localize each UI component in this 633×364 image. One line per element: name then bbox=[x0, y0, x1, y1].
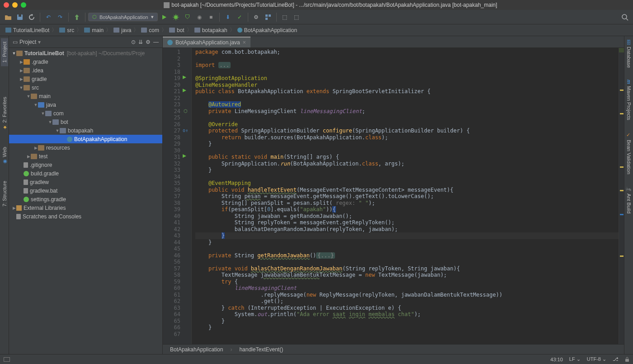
code-line-44[interactable]: } bbox=[195, 239, 619, 246]
code-line-1[interactable]: package com.bot.botapakah; bbox=[195, 49, 619, 56]
locate-icon[interactable]: ⊙ bbox=[131, 39, 136, 45]
code-line-58[interactable]: TextMessage jawabanDalamBentukTextMessag… bbox=[195, 272, 619, 279]
breadcrumb-com[interactable]: com bbox=[139, 27, 161, 33]
code-line-22[interactable] bbox=[195, 95, 619, 102]
file-encoding[interactable]: UTF-8 ⌄ bbox=[587, 356, 606, 362]
minimize-window-button[interactable] bbox=[12, 2, 18, 8]
code-line-32[interactable]: SpringApplication.run(BotApakahApplicati… bbox=[195, 161, 619, 167]
run-gutter-icon[interactable] bbox=[182, 154, 189, 159]
build-button[interactable] bbox=[71, 12, 82, 23]
undo-button[interactable]: ↶ bbox=[43, 12, 54, 23]
tree-node-bot[interactable]: ▼bot bbox=[9, 118, 162, 126]
code-line-20[interactable]: @LineMessageHandler bbox=[195, 82, 619, 89]
open-button[interactable] bbox=[3, 12, 14, 23]
coverage-button[interactable]: ⛉ bbox=[182, 12, 193, 23]
readonly-lock-icon[interactable] bbox=[625, 357, 629, 362]
more-button[interactable]: ⬚ bbox=[291, 12, 302, 23]
code-line-29[interactable]: } bbox=[195, 141, 619, 147]
run-configuration-selector[interactable]: ⬡ BotApakahApplication ▾ bbox=[88, 13, 158, 21]
code-line-62[interactable]: .get(); bbox=[195, 298, 619, 305]
vcs-commit-button[interactable]: ✓ bbox=[234, 12, 245, 23]
tree-node-build-gradle[interactable]: build.gradle bbox=[9, 169, 162, 178]
code-line-28[interactable]: return builder.sources(BotApakahApplicat… bbox=[195, 134, 619, 141]
structure-tool-tab[interactable]: 7: Structure bbox=[1, 177, 8, 210]
tree-node-src[interactable]: ▼src bbox=[9, 83, 162, 92]
tree-node-com[interactable]: ▼com bbox=[9, 109, 162, 118]
line-separator[interactable]: LF ⌄ bbox=[569, 356, 581, 362]
breadcrumb-src[interactable]: src bbox=[57, 27, 76, 33]
breadcrumb-bot[interactable]: bot bbox=[167, 27, 186, 33]
bean-validation-tool-tab[interactable]: ✓ Bean Validation bbox=[625, 128, 633, 178]
ant-build-tool-tab[interactable]: 🐜 Ant Build bbox=[625, 182, 633, 217]
code-line-30[interactable] bbox=[195, 147, 619, 154]
sdk-button[interactable]: ⬚ bbox=[279, 12, 290, 23]
tree-node-tutoriallinebot[interactable]: ▼TutorialLineBot[bot-apakah] ~/Documents… bbox=[9, 49, 162, 57]
tree-arrow-icon[interactable]: ▼ bbox=[41, 111, 45, 116]
code-line-43[interactable]: } bbox=[195, 232, 619, 239]
code-line-37[interactable]: String pesan = messageEvent.getMessage()… bbox=[195, 193, 619, 200]
save-all-button[interactable] bbox=[14, 12, 25, 23]
code-line-67[interactable] bbox=[195, 331, 619, 338]
code-line-41[interactable]: String replyToken = messageEvent.getRepl… bbox=[195, 219, 619, 226]
code-line-31[interactable]: public static void main(String[] args) { bbox=[195, 154, 619, 161]
override-gutter-icon[interactable]: o↑ bbox=[182, 128, 189, 133]
tree-node--gradle[interactable]: ▶.gradle bbox=[9, 57, 162, 66]
code-line-18[interactable] bbox=[195, 69, 619, 76]
collapse-all-icon[interactable]: ⇊ bbox=[138, 39, 143, 45]
tree-node-java[interactable]: ▼java bbox=[9, 100, 162, 109]
code-line-40[interactable]: String jawaban = getRandomJawaban(); bbox=[195, 213, 619, 220]
code-line-66[interactable]: } bbox=[195, 324, 619, 331]
tree-node-test[interactable]: ▶test bbox=[9, 152, 162, 161]
vcs-update-button[interactable]: ⬇ bbox=[222, 12, 233, 23]
code-line-34[interactable] bbox=[195, 174, 619, 180]
tree-arrow-icon[interactable]: ▼ bbox=[19, 85, 24, 90]
code-line-64[interactable]: System.out.println("Ada error saat ingin… bbox=[195, 311, 619, 318]
debug-button[interactable] bbox=[170, 12, 181, 23]
tree-arrow-icon[interactable]: ▶ bbox=[19, 68, 24, 73]
tree-arrow-icon[interactable]: ▶ bbox=[26, 154, 31, 159]
code-line-46[interactable]: private String getRandomJawaban(){...} bbox=[195, 252, 619, 259]
breadcrumb-java[interactable]: java bbox=[112, 27, 133, 33]
breadcrumb-main[interactable]: main bbox=[82, 27, 105, 33]
code-line-2[interactable] bbox=[195, 56, 619, 62]
code-line-26[interactable]: @Override bbox=[195, 121, 619, 128]
code-line-57[interactable]: private void balasChatDenganRandomJawaba… bbox=[195, 265, 619, 272]
tree-node--idea[interactable]: ▶.idea bbox=[9, 66, 162, 75]
tree-node-external-libraries[interactable]: ▶External Libraries bbox=[9, 203, 162, 212]
tree-arrow-icon[interactable]: ▶ bbox=[12, 206, 16, 210]
code-line-25[interactable] bbox=[195, 114, 619, 121]
sync-button[interactable] bbox=[26, 12, 37, 23]
error-stripe[interactable] bbox=[619, 48, 624, 344]
tree-node--gitignore[interactable]: .gitignore bbox=[9, 161, 162, 169]
project-tool-tab[interactable]: 1: Project bbox=[1, 38, 8, 66]
code-line-59[interactable]: try { bbox=[195, 279, 619, 285]
project-tree[interactable]: ▼TutorialLineBot[bot-apakah] ~/Documents… bbox=[9, 48, 162, 354]
code-line-24[interactable]: private LineMessagingClient lineMessagin… bbox=[195, 108, 619, 115]
tree-node-botapakah[interactable]: ▼botapakah bbox=[9, 126, 162, 135]
tree-node-main[interactable]: ▼main bbox=[9, 92, 162, 100]
close-window-button[interactable] bbox=[4, 2, 9, 8]
tree-node-botapakahapplication[interactable]: BotApakahApplication bbox=[9, 135, 162, 143]
tree-arrow-icon[interactable]: ▶ bbox=[33, 146, 38, 150]
project-structure-button[interactable] bbox=[263, 12, 274, 23]
code-line-35[interactable]: @EventMapping bbox=[195, 180, 619, 187]
web-tool-tab[interactable]: ◉ Web bbox=[0, 143, 8, 168]
code-line-63[interactable]: } catch (InterruptedException | Executio… bbox=[195, 305, 619, 312]
breadcrumb-botapakahapplication[interactable]: BotApakahApplication bbox=[236, 27, 299, 33]
code-line-19[interactable]: @SpringBootApplication bbox=[195, 75, 619, 82]
code-line-23[interactable]: @Autowired bbox=[195, 101, 619, 108]
code-line-21[interactable]: public class BotApakahApplication extend… bbox=[195, 88, 619, 95]
editor-crumb-class[interactable]: BotApakahApplication bbox=[170, 346, 223, 353]
tree-arrow-icon[interactable]: ▼ bbox=[33, 103, 38, 107]
code-line-3[interactable]: import ... bbox=[195, 62, 619, 69]
code-area[interactable]: package com.bot.botapakah; import ... @S… bbox=[192, 48, 619, 344]
tree-arrow-icon[interactable]: ▼ bbox=[12, 51, 16, 56]
code-line-42[interactable]: balasChatDenganRandomJawaban(replyToken,… bbox=[195, 226, 619, 233]
hide-panel-icon[interactable]: — bbox=[153, 39, 159, 45]
editor-crumb-method[interactable]: handleTextEvent() bbox=[239, 346, 283, 353]
code-line-60[interactable]: lineMessagingClient bbox=[195, 285, 619, 292]
tree-node-gradle[interactable]: ▶gradle bbox=[9, 75, 162, 83]
settings-button[interactable]: ⚙ bbox=[251, 12, 262, 23]
zoom-window-button[interactable] bbox=[21, 2, 26, 8]
profile-button[interactable]: ◉ bbox=[194, 12, 205, 23]
